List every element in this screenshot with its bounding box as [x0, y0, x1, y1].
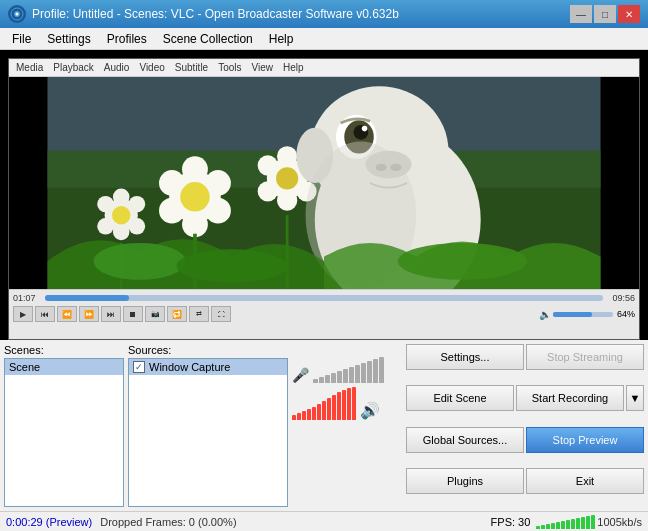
vlc-prev-button[interactable]: ⏮	[35, 306, 55, 322]
sources-list[interactable]: ✓ Window Capture	[128, 358, 288, 507]
close-button[interactable]: ✕	[618, 5, 640, 23]
svg-point-11	[205, 198, 231, 224]
speaker-bar	[322, 401, 326, 420]
svg-point-25	[129, 196, 146, 213]
vlc-video-area	[9, 77, 639, 289]
svg-point-23	[113, 189, 130, 206]
sources-panel: Sources: ✓ Window Capture	[128, 344, 288, 507]
settings-button[interactable]: Settings...	[406, 344, 524, 370]
meter-bar	[337, 371, 342, 383]
recording-dropdown-button[interactable]: ▼	[626, 385, 644, 411]
vlc-expand-button[interactable]: ⛶	[211, 306, 231, 322]
vlc-next-button[interactable]: ⏭	[101, 306, 121, 322]
vlc-menu-audio[interactable]: Audio	[99, 61, 135, 74]
mic-icon: 🎤	[292, 367, 309, 383]
stop-preview-button[interactable]: Stop Preview	[526, 427, 644, 453]
vlc-shuffle-button[interactable]: ⇄	[189, 306, 209, 322]
menu-bar: File Settings Profiles Scene Collection …	[0, 28, 648, 50]
meter-bar	[343, 369, 348, 383]
speaker-icon: 🔊	[360, 401, 380, 420]
svg-point-8	[159, 170, 185, 196]
speaker-bar	[352, 387, 356, 420]
source-checkbox-1[interactable]: ✓	[133, 361, 145, 373]
menu-scene-collection[interactable]: Scene Collection	[155, 30, 261, 48]
scenes-list[interactable]: Scene	[4, 358, 124, 507]
menu-settings[interactable]: Settings	[39, 30, 98, 48]
title-bar: Profile: Untitled - Scenes: VLC - Open B…	[0, 0, 648, 28]
vlc-mute-icon[interactable]: 🔈	[539, 309, 551, 320]
audio-meters: 🎤	[292, 344, 402, 507]
svg-point-10	[159, 198, 185, 224]
vlc-buttons-row: ▶ ⏮ ⏪ ⏩ ⏭ ⏹ 📷 🔁 ⇄ ⛶ 🔈 64%	[13, 306, 635, 322]
stop-streaming-button[interactable]: Stop Streaming	[526, 344, 644, 370]
menu-help[interactable]: Help	[261, 30, 302, 48]
bottom-panel: Scenes: Scene Sources: ✓ Window Capture …	[0, 340, 648, 511]
svg-point-12	[182, 212, 208, 238]
plugins-button[interactable]: Plugins	[406, 468, 524, 494]
window-title: Profile: Untitled - Scenes: VLC - Open B…	[32, 7, 570, 21]
speaker-bar	[302, 411, 306, 420]
kbps-bar	[576, 518, 580, 529]
speaker-bar	[297, 413, 301, 420]
vlc-progress-bar[interactable]	[45, 295, 603, 301]
scene-item-1[interactable]: Scene	[5, 359, 123, 375]
global-sources-button[interactable]: Global Sources...	[406, 427, 524, 453]
status-fps: FPS: 30	[491, 516, 531, 528]
speaker-bar	[307, 409, 311, 420]
svg-point-16	[258, 155, 278, 175]
svg-point-43	[398, 243, 527, 280]
vlc-volume-bar[interactable]	[553, 312, 613, 317]
edit-scene-button[interactable]: Edit Scene	[406, 385, 514, 411]
svg-point-15	[277, 146, 297, 166]
vlc-back-button[interactable]: ⏪	[57, 306, 77, 322]
vlc-menu-video[interactable]: Video	[134, 61, 169, 74]
window-controls: — □ ✕	[570, 5, 640, 23]
kbps-bar	[566, 520, 570, 529]
vlc-progress-fill	[45, 295, 129, 301]
svg-point-18	[258, 181, 278, 201]
buttons-panel: Settings... Stop Streaming Edit Scene St…	[406, 344, 644, 507]
vlc-play-button[interactable]: ▶	[13, 306, 33, 322]
start-recording-button[interactable]: Start Recording	[516, 385, 624, 411]
speaker-bar	[292, 415, 296, 420]
kbps-bar	[561, 521, 565, 529]
vlc-time-start: 01:07	[13, 293, 41, 303]
vlc-menu-playback[interactable]: Playback	[48, 61, 99, 74]
svg-point-41	[94, 243, 186, 280]
meter-bar	[331, 373, 336, 383]
minimize-button[interactable]: —	[570, 5, 592, 23]
svg-point-35	[362, 126, 368, 132]
vlc-snap-button[interactable]: 📷	[145, 306, 165, 322]
vlc-menu-subtitle[interactable]: Subtitle	[170, 61, 213, 74]
menu-profiles[interactable]: Profiles	[99, 30, 155, 48]
kbps-bar	[551, 523, 555, 529]
kbps-bar	[546, 524, 550, 529]
vlc-menu-tools[interactable]: Tools	[213, 61, 246, 74]
vlc-volume-fill	[553, 312, 592, 317]
kbps-bar	[591, 515, 595, 529]
vlc-volume-pct: 64%	[617, 309, 635, 319]
vlc-stop-button[interactable]: ⏹	[123, 306, 143, 322]
svg-point-27	[129, 218, 146, 235]
menu-file[interactable]: File	[4, 30, 39, 48]
vlc-time-end: 09:56	[607, 293, 635, 303]
vlc-menu-view[interactable]: View	[247, 61, 279, 74]
sources-label: Sources:	[128, 344, 288, 356]
svg-point-20	[277, 190, 297, 210]
vlc-loop-button[interactable]: 🔁	[167, 306, 187, 322]
vlc-menu-bar: Media Playback Audio Video Subtitle Tool…	[9, 59, 639, 77]
exit-button[interactable]: Exit	[526, 468, 644, 494]
speaker-bar	[342, 390, 346, 420]
vlc-menu-media[interactable]: Media	[11, 61, 48, 74]
source-item-1[interactable]: ✓ Window Capture	[129, 359, 287, 375]
meter-bar	[379, 357, 384, 383]
svg-point-9	[205, 170, 231, 196]
svg-point-29	[112, 206, 130, 224]
svg-point-28	[113, 224, 130, 241]
maximize-button[interactable]: □	[594, 5, 616, 23]
vlc-menu-help[interactable]: Help	[278, 61, 309, 74]
preview-area: Media Playback Audio Video Subtitle Tool…	[0, 50, 648, 340]
meter-bar	[325, 375, 330, 383]
vlc-forward-button[interactable]: ⏩	[79, 306, 99, 322]
vlc-progress-area: 01:07 09:56	[13, 292, 635, 304]
